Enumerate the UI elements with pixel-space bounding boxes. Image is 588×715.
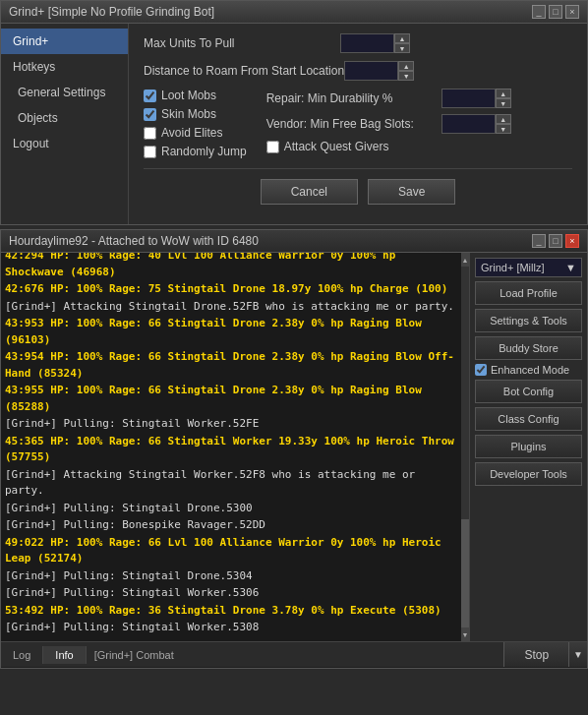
max-units-down[interactable]: ▼ (394, 43, 410, 53)
developer-tools-button[interactable]: Developer Tools (475, 462, 582, 486)
avoid-elites-checkbox[interactable] (144, 127, 156, 140)
enhanced-mode-row: Enhanced Mode (475, 364, 582, 376)
log-line: 45:365 HP: 100% Rage: 66 Stingtail Worke… (5, 434, 457, 466)
vendor-input[interactable]: 2 (441, 114, 496, 134)
vendor-spinner: 2 ▲ ▼ (441, 114, 511, 134)
log-line: 49:022 HP: 100% Rage: 66 Lvl 100 Allianc… (5, 535, 457, 567)
sidebar-item-label: Logout (13, 137, 49, 150)
class-config-button[interactable]: Class Config (475, 407, 582, 431)
randomly-jump-label: Randomly Jump (161, 145, 247, 158)
skin-mobs-checkbox-row: Skin Mobs (144, 107, 247, 121)
left-nav: Grind+ Hotkeys General Settings Objects … (1, 24, 129, 224)
skin-mobs-checkbox[interactable] (144, 108, 156, 121)
loot-mobs-checkbox-row: Loot Mobs (144, 89, 247, 102)
scroll-up-arrow[interactable]: ▲ (461, 253, 469, 267)
max-units-up[interactable]: ▲ (394, 33, 410, 43)
top-titlebar: Grind+ [Simple No Profile Grinding Bot] … (1, 1, 587, 24)
load-profile-button[interactable]: Load Profile (475, 281, 582, 305)
save-button[interactable]: Save (368, 179, 455, 205)
form-buttons: Cancel Save (144, 168, 572, 214)
maximize-button[interactable]: □ (549, 5, 562, 19)
sidebar-item-label: Grind+ (13, 34, 48, 48)
scroll-down-arrow[interactable]: ▼ (461, 627, 469, 641)
log-line: [Grind+] Pulling: Stingtail Worker.5308 (5, 620, 457, 636)
minimize-button[interactable]: _ (532, 5, 546, 19)
vendor-up[interactable]: ▲ (496, 114, 511, 124)
checkboxes-left: Loot Mobs Skin Mobs Avoid Elites Randoml… (144, 89, 247, 163)
grindplus-dropdown[interactable]: Grind+ [Millz] ▼ (475, 258, 582, 277)
loot-mobs-checkbox[interactable] (144, 89, 156, 102)
log-line: [Grind+] Pulling: Stingtail Drone.5304 (5, 568, 457, 585)
repair-arrows: ▲ ▼ (496, 89, 511, 108)
bottom-maximize-button[interactable]: □ (549, 234, 562, 248)
log-tab[interactable]: Log (1, 646, 43, 664)
sidebar-item-grindplus[interactable]: Grind+ (1, 29, 128, 54)
log-scrollbar[interactable]: ▲ ▼ (461, 253, 469, 641)
sidebar-item-hotkeys[interactable]: Hotkeys (1, 54, 128, 80)
scroll-thumb (461, 267, 469, 627)
repair-up[interactable]: ▲ (496, 89, 511, 98)
sidebar-item-objects[interactable]: Objects (1, 105, 128, 131)
log-line: 53:492 HP: 100% Rage: 36 Stingtail Drone… (5, 603, 457, 620)
vendor-down[interactable]: ▼ (496, 124, 511, 134)
vendor-label: Vendor: Min Free Bag Slots: (266, 117, 434, 131)
bot-config-button[interactable]: Bot Config (475, 380, 582, 403)
log-line: 43:953 HP: 100% Rage: 66 Stingtail Drone… (5, 316, 457, 348)
skin-mobs-label: Skin Mobs (161, 107, 216, 121)
bottom-close-button[interactable]: × (565, 234, 579, 248)
info-tab[interactable]: Info (43, 646, 86, 664)
log-area[interactable]: 42:294 HP: 100% Rage: 40 Lvl 100 Allianc… (1, 253, 461, 641)
log-line: 42:294 HP: 100% Rage: 40 Lvl 100 Allianc… (5, 253, 457, 280)
distance-down[interactable]: ▼ (398, 71, 414, 81)
max-units-input[interactable]: 50 (340, 33, 394, 53)
randomly-jump-checkbox[interactable] (144, 146, 156, 158)
enhanced-mode-label: Enhanced Mode (491, 364, 569, 376)
sidebar-item-general[interactable]: General Settings (1, 80, 128, 105)
top-content: Grind+ Hotkeys General Settings Objects … (1, 24, 587, 224)
bottom-bar-left: Log Info [Grind+] Combat (1, 646, 182, 664)
distance-row: Distance to Roam From Start Location 55 … (144, 61, 572, 81)
attack-quest-checkbox[interactable] (266, 141, 279, 153)
sidebar-item-logout[interactable]: Logout (1, 131, 128, 156)
log-line: 43:954 HP: 100% Rage: 66 Stingtail Drone… (5, 349, 457, 382)
max-units-label: Max Units To Pull (144, 36, 340, 50)
enhanced-mode-checkbox[interactable] (475, 364, 487, 376)
repair-vendor-section: Repair: Min Durability % 30 ▲ ▼ Vendor: … (266, 89, 511, 163)
sidebar-item-label: Hotkeys (13, 60, 55, 74)
buddy-store-button[interactable]: Buddy Store (475, 336, 582, 360)
status-text: [Grind+] Combat (87, 649, 182, 661)
stop-button[interactable]: Stop (503, 642, 568, 667)
settings-panel: Max Units To Pull 50 ▲ ▼ Distance to Roa… (129, 24, 587, 224)
scroll-thumb-inner (461, 519, 469, 627)
bottom-titlebar: Hourdaylime92 - Attached to WoW with ID … (1, 230, 587, 253)
bottom-bar: Log Info [Grind+] Combat Stop ▼ (1, 641, 587, 667)
log-line: [Grind+] Pulling: Stingtail Worker.52FE (5, 416, 457, 433)
cancel-button[interactable]: Cancel (261, 179, 358, 205)
bottom-titlebar-buttons: _ □ × (532, 234, 579, 248)
repair-input[interactable]: 30 (441, 89, 496, 108)
bottom-title: Hourdaylime92 - Attached to WoW with ID … (9, 234, 259, 248)
log-line: 42:676 HP: 100% Rage: 75 Stingtail Drone… (5, 281, 457, 298)
log-line: [Grind+] Attacking Stingtail Drone.52FB … (5, 299, 457, 316)
sidebar-item-label: Objects (18, 111, 58, 125)
right-panel: Grind+ [Millz] ▼ Load Profile Settings &… (469, 253, 587, 641)
sidebar-item-label: General Settings (18, 86, 105, 99)
stop-dropdown-arrow[interactable]: ▼ (568, 642, 587, 667)
distance-label: Distance to Roam From Start Location (144, 64, 344, 78)
distance-input[interactable]: 55 (344, 61, 398, 81)
close-button[interactable]: × (565, 5, 579, 19)
bottom-body: 42:294 HP: 100% Rage: 40 Lvl 100 Allianc… (1, 253, 587, 641)
distance-up[interactable]: ▲ (398, 61, 414, 71)
randomly-jump-checkbox-row: Randomly Jump (144, 145, 247, 158)
bottom-window: Hourdaylime92 - Attached to WoW with ID … (0, 229, 588, 669)
settings-tools-button[interactable]: Settings & Tools (475, 309, 582, 332)
bottom-minimize-button[interactable]: _ (532, 234, 546, 248)
log-line: [Grind+] Pulling: Stingtail Drone.5300 (5, 501, 457, 517)
checkbox-repair-section: Loot Mobs Skin Mobs Avoid Elites Randoml… (144, 89, 572, 163)
distance-arrows: ▲ ▼ (398, 61, 414, 81)
plugins-button[interactable]: Plugins (475, 435, 582, 458)
log-line: 43:955 HP: 100% Rage: 66 Stingtail Drone… (5, 383, 457, 415)
distance-spinner: 55 ▲ ▼ (344, 61, 414, 81)
attack-quest-checkbox-row: Attack Quest Givers (266, 140, 511, 153)
repair-down[interactable]: ▼ (496, 98, 511, 108)
